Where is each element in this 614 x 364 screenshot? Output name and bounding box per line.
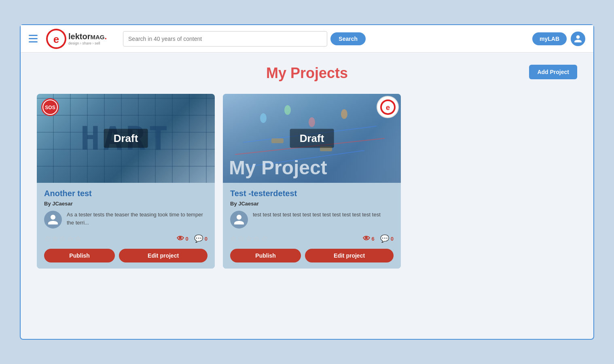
edit-project-button[interactable]: Edit project bbox=[305, 249, 394, 262]
main-content: My Projects Add Project HART SOS Draft bbox=[21, 53, 593, 281]
comment-icon: 💬 bbox=[380, 234, 389, 243]
card-image: My Project e Draft bbox=[223, 94, 401, 183]
card-title: Another test bbox=[44, 189, 207, 198]
star-1: ☆ bbox=[230, 234, 237, 243]
card-title: Test -testerdetest bbox=[230, 189, 394, 198]
star-rating[interactable]: ☆ ☆ ☆ ☆ ☆ bbox=[44, 234, 81, 243]
card-author: By JCaesar bbox=[44, 201, 207, 207]
elektor-avatar-icon: e bbox=[380, 99, 396, 115]
star-4: ☆ bbox=[253, 234, 260, 243]
eye-icon: 👁 bbox=[363, 235, 370, 243]
comment-icon: 💬 bbox=[194, 234, 203, 243]
views-count: 6 bbox=[372, 236, 375, 242]
comments-count: 0 bbox=[205, 236, 207, 242]
svg-text:e: e bbox=[385, 104, 390, 112]
card-description: test test test test test test test test … bbox=[253, 211, 381, 219]
svg-rect-13 bbox=[271, 138, 284, 143]
logo-dot: . bbox=[104, 32, 107, 41]
star-4: ☆ bbox=[67, 234, 74, 243]
comments-stat: 💬 0 bbox=[194, 234, 207, 243]
logo-mag: MAG bbox=[90, 34, 104, 40]
stats-icons: 👁 0 💬 0 bbox=[177, 234, 207, 243]
card-description-row: test test test test test test test test … bbox=[230, 211, 394, 229]
logo-elektor: lektor bbox=[68, 32, 90, 41]
card-stats: ☆ ☆ ☆ ☆ ☆ 👁 6 💬 bbox=[230, 234, 394, 243]
draft-badge: Draft bbox=[290, 129, 334, 148]
author-avatar-icon bbox=[47, 214, 59, 226]
publish-button[interactable]: Publish bbox=[230, 249, 301, 262]
header: e lektorMAG. design › share › sell Searc… bbox=[21, 25, 593, 53]
eye-icon: 👁 bbox=[177, 235, 184, 243]
star-2: ☆ bbox=[52, 234, 58, 243]
mylab-button[interactable]: myLAB bbox=[532, 32, 567, 45]
search-input[interactable] bbox=[123, 31, 327, 47]
sos-badge-icon: SOS bbox=[41, 98, 59, 116]
star-3: ☆ bbox=[246, 234, 252, 243]
star-5: ☆ bbox=[75, 234, 81, 243]
header-right: myLAB bbox=[532, 32, 585, 46]
edit-project-button[interactable]: Edit project bbox=[119, 249, 207, 262]
my-project-text: My Project bbox=[223, 152, 401, 183]
star-rating[interactable]: ☆ ☆ ☆ ☆ ☆ bbox=[230, 234, 267, 243]
elektor-logo-icon: e bbox=[46, 28, 67, 49]
search-container: Search bbox=[123, 31, 366, 47]
card-user-avatar bbox=[44, 211, 62, 229]
svg-point-8 bbox=[309, 117, 315, 127]
search-button[interactable]: Search bbox=[330, 32, 366, 45]
views-stat: 👁 0 bbox=[177, 235, 188, 243]
publish-button[interactable]: Publish bbox=[44, 249, 115, 262]
user-avatar[interactable] bbox=[571, 32, 585, 46]
author-avatar-icon bbox=[233, 214, 245, 226]
card-description-row: As a tester tests the teaser the teasing… bbox=[44, 211, 207, 229]
views-stat: 👁 6 bbox=[363, 235, 375, 243]
add-project-button[interactable]: Add Project bbox=[529, 65, 577, 79]
card-body: Test -testerdetest By JCaesar test test … bbox=[223, 183, 401, 269]
comments-stat: 💬 0 bbox=[380, 234, 394, 243]
card-body: Another test By JCaesar As a tester test… bbox=[37, 183, 215, 269]
stats-icons: 👁 6 💬 0 bbox=[363, 234, 394, 243]
star-1: ☆ bbox=[44, 234, 51, 243]
projects-grid: HART SOS Draft Another test By JCaesar bbox=[37, 94, 577, 269]
card-actions: Publish Edit project bbox=[44, 249, 207, 262]
project-card: HART SOS Draft Another test By JCaesar bbox=[37, 94, 215, 269]
card-actions: Publish Edit project bbox=[230, 249, 394, 262]
views-count: 0 bbox=[186, 236, 188, 242]
project-card: My Project e Draft Test -testerdetest bbox=[223, 94, 401, 269]
svg-point-9 bbox=[341, 109, 347, 119]
card-avatar-overlay: e bbox=[377, 96, 399, 118]
card-stats: ☆ ☆ ☆ ☆ ☆ 👁 0 💬 bbox=[44, 234, 207, 243]
svg-text:e: e bbox=[53, 33, 59, 45]
logo[interactable]: e lektorMAG. design › share › sell bbox=[46, 28, 107, 49]
logo-subtext: design › share › sell bbox=[68, 41, 107, 45]
card-description: As a tester tests the teaser the teasing… bbox=[67, 211, 207, 226]
hamburger-menu-icon[interactable] bbox=[29, 35, 38, 42]
card-user-avatar bbox=[230, 211, 248, 229]
comments-count: 0 bbox=[391, 236, 394, 242]
draft-badge: Draft bbox=[104, 129, 148, 148]
user-icon bbox=[574, 34, 582, 43]
svg-text:SOS: SOS bbox=[45, 105, 55, 110]
card-image: HART SOS Draft bbox=[37, 94, 215, 183]
star-5: ☆ bbox=[261, 234, 267, 243]
page-title: My Projects bbox=[37, 65, 577, 82]
card-author: By JCaesar bbox=[230, 201, 394, 207]
star-2: ☆ bbox=[238, 234, 244, 243]
svg-point-7 bbox=[284, 105, 291, 115]
star-3: ☆ bbox=[59, 234, 66, 243]
svg-point-6 bbox=[260, 113, 267, 123]
